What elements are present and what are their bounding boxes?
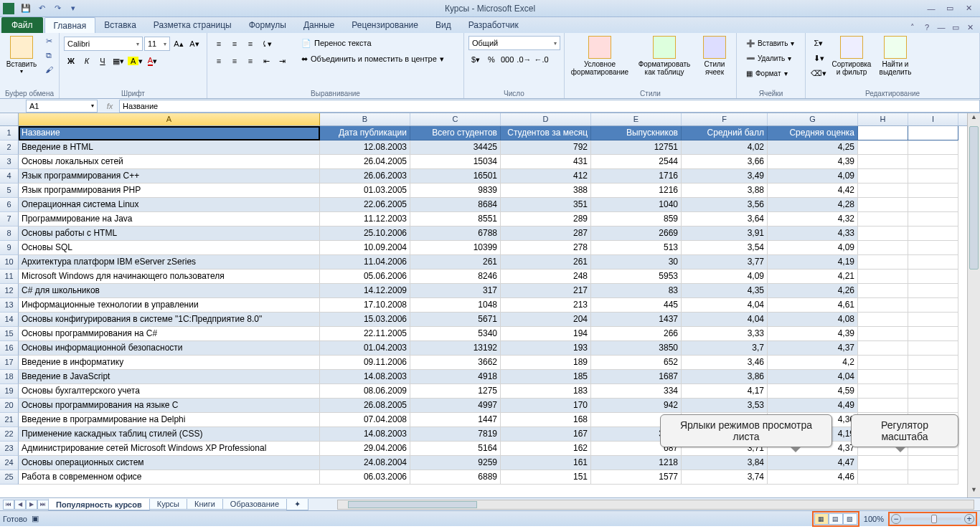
row-header[interactable]: 19 — [0, 384, 19, 399]
data-cell[interactable]: 12.08.2003 — [320, 140, 410, 155]
data-cell[interactable]: 261 — [410, 255, 501, 270]
data-cell[interactable]: 4,09 — [768, 241, 858, 255]
data-cell[interactable]: 17.10.2008 — [320, 298, 410, 313]
col-header-i[interactable]: I — [908, 113, 958, 125]
font-size-combo[interactable]: 11▾ — [144, 37, 170, 51]
view-tab[interactable]: Вид — [427, 17, 460, 33]
empty-cell[interactable] — [858, 140, 908, 155]
data-cell[interactable]: 4,02 — [682, 140, 768, 155]
empty-cell[interactable] — [858, 227, 908, 241]
row-header[interactable]: 4 — [0, 169, 19, 184]
data-cell[interactable]: 5340 — [410, 327, 501, 341]
data-cell[interactable]: 151 — [501, 470, 591, 485]
data-cell[interactable]: 317 — [410, 284, 501, 298]
delete-cells-button[interactable]: ➖Удалить ▾ — [741, 51, 796, 65]
doc-close-button[interactable]: ✕ — [964, 22, 976, 33]
col-header-d[interactable]: D — [501, 113, 591, 125]
wrap-text-button[interactable]: 📄Перенос текста — [296, 36, 449, 50]
merge-center-button[interactable]: ⬌Объединить и поместить в центре ▾ — [296, 52, 449, 66]
empty-cell[interactable] — [858, 399, 908, 413]
data-cell[interactable]: 15.03.2006 — [320, 313, 410, 327]
data-cell[interactable]: 1040 — [591, 198, 682, 212]
maximize-button[interactable]: ▭ — [943, 3, 957, 14]
paste-button[interactable]: Вставить ▾ — [3, 34, 40, 76]
data-cell[interactable]: Введение в информатику — [19, 356, 320, 370]
sheet-tab-1[interactable]: Популярность курсов — [48, 498, 150, 510]
data-cell[interactable]: 1447 — [410, 413, 501, 427]
data-cell[interactable]: 1577 — [591, 470, 682, 485]
comma-button[interactable]: 000 — [500, 52, 514, 67]
row-header[interactable]: 25 — [0, 470, 19, 485]
empty-cell[interactable] — [858, 184, 908, 198]
decrease-indent-button[interactable]: ⇤ — [259, 54, 273, 68]
data-cell[interactable]: 4,33 — [768, 227, 858, 241]
data-cell[interactable]: 14.08.2003 — [320, 427, 410, 442]
developer-tab[interactable]: Разработчик — [460, 17, 527, 33]
data-cell[interactable]: 3,77 — [682, 255, 768, 270]
data-cell[interactable]: 194 — [501, 327, 591, 341]
clear-button[interactable]: ⌫▾ — [810, 66, 827, 80]
empty-cell[interactable] — [858, 356, 908, 370]
data-cell[interactable]: 25.10.2006 — [320, 227, 410, 241]
align-middle-button[interactable]: ≡ — [227, 37, 242, 51]
new-sheet-button[interactable]: ✦ — [286, 499, 308, 510]
col-header-g[interactable]: G — [768, 113, 858, 125]
data-cell[interactable]: 01.04.2003 — [320, 341, 410, 356]
home-tab[interactable]: Главная — [44, 17, 96, 33]
data-cell[interactable]: 1437 — [591, 313, 682, 327]
data-cell[interactable]: 3,7 — [682, 341, 768, 356]
data-cell[interactable]: 4,2 — [768, 356, 858, 370]
orientation-button[interactable]: ⤹▾ — [259, 37, 273, 51]
empty-cell[interactable] — [908, 140, 958, 155]
data-cell[interactable]: 4997 — [410, 399, 501, 413]
data-cell[interactable]: 4,28 — [768, 198, 858, 212]
data-cell[interactable]: 08.06.2009 — [320, 384, 410, 399]
empty-cell[interactable] — [908, 198, 958, 212]
sheet-tab-4[interactable]: Образование — [222, 499, 287, 510]
data-cell[interactable]: 170 — [501, 399, 591, 413]
data-cell[interactable]: Применение каскадных таблиц стилей (CSS) — [19, 427, 320, 442]
insert-tab[interactable]: Вставка — [95, 17, 145, 33]
data-cell[interactable]: 26.06.2003 — [320, 169, 410, 184]
underline-button[interactable]: Ч — [95, 54, 110, 68]
data-cell[interactable]: 1048 — [410, 298, 501, 313]
data-cell[interactable]: 792 — [501, 140, 591, 155]
col-header-a[interactable]: A — [19, 113, 320, 125]
empty-cell[interactable] — [858, 155, 908, 169]
row-header[interactable]: 14 — [0, 313, 19, 327]
help-icon[interactable]: ? — [921, 22, 933, 33]
empty-cell[interactable] — [858, 241, 908, 255]
insert-cells-button[interactable]: ➕Вставить ▾ — [741, 36, 799, 50]
doc-minimize-button[interactable]: — — [936, 22, 947, 33]
data-cell[interactable]: 10.09.2004 — [320, 241, 410, 255]
data-cell[interactable]: 4,46 — [768, 470, 858, 485]
row-header[interactable]: 9 — [0, 241, 19, 255]
border-button[interactable]: ▦▾ — [111, 54, 126, 68]
data-cell[interactable]: 513 — [591, 241, 682, 255]
minimize-ribbon-icon[interactable]: ˄ — [907, 22, 918, 33]
data-cell[interactable]: 6889 — [410, 470, 501, 485]
data-cell[interactable]: 09.11.2006 — [320, 356, 410, 370]
data-cell[interactable]: 4,21 — [768, 270, 858, 284]
data-cell[interactable]: 204 — [501, 313, 591, 327]
empty-cell[interactable] — [858, 341, 908, 356]
pagelayout-tab[interactable]: Разметка страницы — [145, 17, 240, 33]
data-cell[interactable]: 4,08 — [768, 313, 858, 327]
data-cell[interactable]: 3,86 — [682, 370, 768, 384]
zoom-track[interactable] — [904, 518, 961, 520]
data-cell[interactable]: Основы информационной безопасности — [19, 341, 320, 356]
data-cell[interactable]: 431 — [501, 155, 591, 169]
hscroll-thumb[interactable] — [348, 501, 477, 508]
data-cell[interactable]: 3,64 — [682, 212, 768, 227]
find-select-button[interactable]: Найти и выделить — [875, 34, 916, 77]
empty-cell[interactable] — [908, 456, 958, 470]
redo-button[interactable]: ↷ — [50, 2, 65, 15]
data-cell[interactable]: 261 — [501, 255, 591, 270]
empty-cell[interactable] — [908, 155, 958, 169]
data-cell[interactable]: 388 — [501, 184, 591, 198]
data-cell[interactable]: Введение в HTML — [19, 140, 320, 155]
data-cell[interactable]: 4,42 — [768, 184, 858, 198]
row-header[interactable]: 17 — [0, 356, 19, 370]
data-cell[interactable]: 4918 — [410, 370, 501, 384]
data-cell[interactable]: 1687 — [591, 370, 682, 384]
